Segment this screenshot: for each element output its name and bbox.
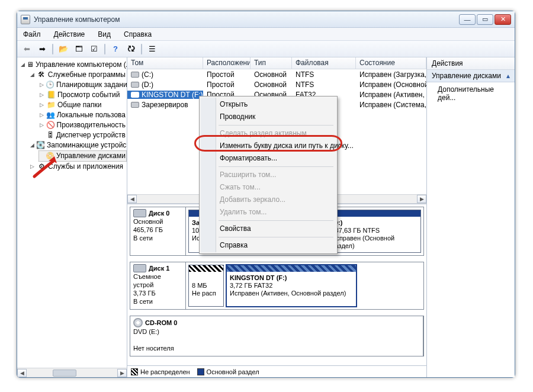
services-icon: ⚙ (37, 163, 46, 171)
cell: KINGSTON DT (F:) (142, 91, 203, 99)
scroll-thumb[interactable] (53, 369, 76, 377)
tree-disk-management[interactable]: 📀Управление дисками (38, 150, 127, 162)
disk-info[interactable]: Диск 0 Основной 465,76 ГБ В сети (130, 207, 186, 255)
col-status[interactable]: Состояние (356, 57, 426, 69)
scroll-right-icon[interactable]: ▶ (417, 195, 426, 203)
close-button[interactable]: ✕ (495, 14, 511, 25)
volume-row[interactable]: (D:) Простой Основной NTFS Исправен (Осн… (127, 79, 426, 89)
navigation-tree: ◢🖥 Управление компьютером (л ◢🛠 Служебны… (17, 57, 127, 367)
tree-label: Диспетчер устройств (56, 130, 126, 140)
tree-label: Производительность (57, 120, 126, 130)
cdrom-icon (133, 318, 143, 327)
volume-row[interactable]: (C:) Простой Основной NTFS Исправен (Заг… (127, 69, 426, 79)
help-icon[interactable]: ? (108, 43, 123, 56)
tree-shared-folders[interactable]: ▷📁Общие папки (38, 100, 127, 110)
partition-selected[interactable]: KINGSTON DT (F:) 3,72 ГБ FAT32 Исправен … (226, 265, 357, 307)
ctx-change-letter[interactable]: Изменить букву диска или путь к диску... (201, 140, 336, 152)
col-type[interactable]: Тип (251, 57, 292, 69)
drive-icon (131, 82, 139, 88)
ctx-properties[interactable]: Свойства (201, 223, 336, 235)
col-layout[interactable]: Расположение (203, 57, 251, 69)
partition-detail: Исправен (Активен, Основной раздел) (230, 290, 353, 297)
tree-performance[interactable]: ▷🚫Производительность (38, 120, 127, 130)
actions-section[interactable]: Управление дисками ▴ (427, 70, 515, 82)
list-icon[interactable]: ☰ (145, 43, 159, 56)
menu-file[interactable]: Файл (21, 29, 43, 40)
ctx-separator (219, 237, 333, 237)
toolbar-separator (104, 44, 105, 54)
menu-bar: Файл Действие Вид Справка (17, 28, 515, 41)
up-icon[interactable]: 📂 (56, 43, 70, 56)
ctx-help[interactable]: Справка (201, 239, 336, 252)
ctx-separator (219, 166, 333, 167)
partition-detail: Исправен (Основной раздел) (332, 234, 418, 250)
event-icon: 📒 (47, 91, 56, 99)
partition[interactable]: (D:) 387,63 ГБ NTFS Исправен (Основной р… (328, 210, 422, 253)
tree-horizontal-scrollbar[interactable]: ◀ ▶ (17, 368, 127, 377)
refresh-icon[interactable]: 🗘 (124, 43, 138, 56)
disk-kind: Основной (133, 218, 163, 225)
tree-local-users[interactable]: ▷👥Локальные пользова (38, 110, 127, 120)
legend: Не распределен Основной раздел (127, 365, 426, 377)
col-volume[interactable]: Том (127, 57, 203, 69)
clock-icon: 🕒 (46, 81, 54, 89)
tree-device-manager[interactable]: 🎛Диспетчер устройств (38, 130, 127, 140)
scroll-left-icon[interactable]: ◀ (17, 369, 27, 377)
cell: (D:) (142, 81, 153, 89)
col-filesystem[interactable]: Файловая система (292, 57, 356, 69)
ctx-make-active: Сделать раздел активным (201, 127, 336, 140)
ctx-separator (219, 220, 333, 221)
actions-more[interactable]: Дополнительные дей... (427, 82, 515, 105)
window-title: Управление компьютером (34, 15, 458, 24)
cell: (C:) (142, 70, 153, 79)
scroll-left-icon[interactable]: ◀ (127, 195, 137, 203)
actions-section-label: Управление дисками (432, 72, 501, 80)
scroll-right-icon[interactable]: ▶ (117, 369, 127, 377)
tree-root[interactable]: ◢🖥 Управление компьютером (л (20, 60, 127, 70)
chevron-up-icon: ▴ (506, 72, 510, 80)
partition-detail: 8 МБ (192, 282, 220, 290)
ctx-explorer[interactable]: Проводник (201, 111, 336, 123)
disk-partitions: 8 МБ Не расп KINGSTON DT (F:) 3,72 ГБ FA… (186, 262, 423, 309)
ctx-extend: Расширить том... (201, 169, 336, 181)
menu-help[interactable]: Справка (121, 29, 154, 40)
computer-icon: 🖥 (27, 61, 34, 69)
actions-title: Действия (427, 57, 515, 70)
menu-view[interactable]: Вид (95, 29, 113, 40)
disk-block-1: Диск 1 Съемное устрой 3,73 ГБ В сети 8 М… (130, 262, 424, 310)
tree-task-scheduler[interactable]: ▷🕒Планировщик заданий (38, 80, 127, 90)
tree-event-viewer[interactable]: ▷📒Просмотр событий (38, 90, 127, 100)
disk-title: Диск 1 (149, 265, 169, 272)
volume-list-header: Том Расположение Тип Файловая система Со… (127, 57, 426, 69)
ctx-format[interactable]: Форматировать... (201, 152, 336, 165)
perf-icon: 🚫 (46, 121, 55, 130)
toolbar-separator (141, 44, 142, 54)
back-icon[interactable]: ⬅ (20, 43, 34, 56)
toolbar: ⬅ ➡ 📂 🗔 ☑ ? 🗘 ☰ (17, 41, 515, 57)
cell: Исправен (Активен, Осн (356, 91, 426, 99)
maximize-button[interactable]: ▭ (477, 14, 493, 25)
show-hide-tree-icon[interactable]: 🗔 (72, 43, 86, 56)
disk-size: 3,73 ГБ (133, 290, 156, 297)
tree-label: Общие папки (57, 100, 101, 110)
disk-status: В сети (133, 298, 153, 305)
tree-system-tools[interactable]: ◢🛠 Служебные программы (29, 70, 127, 80)
partition-unallocated[interactable]: 8 МБ Не расп (188, 265, 224, 307)
tree-label: Служебные программы (48, 70, 126, 80)
drive-icon (131, 72, 139, 78)
properties-icon[interactable]: ☑ (87, 43, 101, 56)
disk-kind: DVD (E:) (133, 328, 159, 335)
cell: Простой (203, 81, 251, 89)
tree-services-apps[interactable]: ▷⚙Службы и приложения (29, 162, 127, 172)
device-icon: 🎛 (46, 131, 54, 140)
minimize-button[interactable]: — (459, 14, 476, 25)
disk-info[interactable]: CD-ROM 0 DVD (E:) Нет носителя (130, 316, 423, 356)
tree-storage[interactable]: ◢💽 Запоминающие устройс (29, 140, 127, 150)
menu-action[interactable]: Действие (52, 29, 88, 40)
tree-label: Службы и приложения (48, 162, 123, 172)
disk-title: Диск 0 (149, 210, 169, 217)
ctx-mirror: Добавить зеркало... (201, 194, 336, 206)
forward-icon[interactable]: ➡ (35, 43, 49, 56)
disk-info[interactable]: Диск 1 Съемное устрой 3,73 ГБ В сети (130, 262, 186, 309)
ctx-open[interactable]: Открыть (201, 98, 336, 111)
